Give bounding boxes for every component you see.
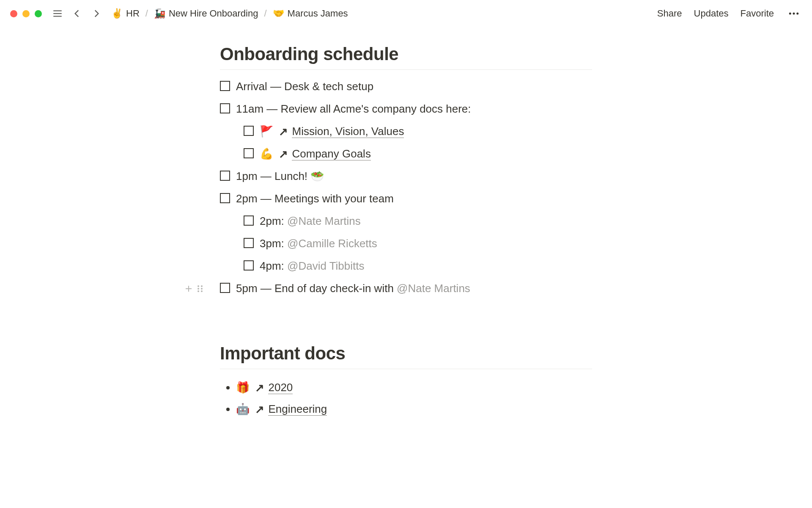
important-docs-list: 🎁 ↗ 2020 🤖 ↗ Engineering (220, 378, 592, 419)
top-actions: Share Updates Favorite (657, 6, 802, 22)
gift-icon: 🎁 (236, 381, 250, 394)
mention[interactable]: @Nate Martins (287, 215, 361, 227)
mention[interactable]: @David Tibbitts (287, 260, 364, 272)
todo-time: 3pm: (260, 237, 287, 250)
breadcrumb-emoji: 🤝 (273, 8, 284, 19)
breadcrumb: ✌️ HR / 🚂 New Hire Onboarding / 🤝 Marcus… (109, 7, 652, 20)
favorite-button[interactable]: Favorite (741, 8, 774, 19)
svg-point-10 (198, 288, 199, 290)
robot-icon: 🤖 (236, 403, 250, 415)
breadcrumb-item-person[interactable]: 🤝 Marcus James (270, 7, 351, 20)
checkbox[interactable] (244, 148, 254, 158)
back-icon[interactable] (70, 6, 84, 21)
page-content: Onboarding schedule Arrival — Desk & tec… (110, 27, 702, 446)
todo-text: Arrival — Desk & tech setup (236, 78, 592, 95)
updates-button[interactable]: Updates (694, 8, 729, 19)
list-item[interactable]: 🤖 ↗ Engineering (236, 399, 592, 419)
list-item[interactable]: 🎁 ↗ 2020 (236, 378, 592, 398)
todo-text: 5pm — End of day check-in with @Nate Mar… (236, 280, 592, 297)
todo-text: 2pm — Meetings with your team (236, 190, 592, 207)
link-arrow-icon: ↗ (255, 378, 264, 398)
todo-row[interactable]: 2pm — Meetings with your team (220, 190, 592, 207)
checkbox[interactable] (220, 81, 230, 91)
checkbox[interactable] (244, 126, 254, 136)
checkbox[interactable] (220, 283, 230, 293)
forward-icon[interactable] (89, 6, 104, 21)
checkbox[interactable] (244, 260, 254, 271)
breadcrumb-item-hr[interactable]: ✌️ HR (109, 7, 142, 20)
todo-row[interactable]: 11am — Review all Acme's company docs he… (220, 101, 592, 117)
flag-icon: 🚩 (260, 125, 273, 138)
page-link-mission[interactable]: Mission, Vision, Values (292, 125, 404, 138)
window-fullscreen-button[interactable] (35, 10, 42, 17)
page-link-2020[interactable]: 2020 (268, 381, 293, 394)
todo-text: 1pm — Lunch! 🥗 (236, 168, 592, 185)
todo-row[interactable]: 1pm — Lunch! 🥗 (220, 168, 592, 185)
topbar: ✌️ HR / 🚂 New Hire Onboarding / 🤝 Marcus… (0, 0, 812, 27)
window-minimize-button[interactable] (22, 10, 30, 17)
hamburger-icon[interactable] (50, 6, 65, 21)
page-link-company-goals[interactable]: Company Goals (292, 147, 370, 160)
todo-row[interactable]: 🚩 ↗ Mission, Vision, Values (244, 123, 592, 140)
onboarding-todo-list: Arrival — Desk & tech setup 11am — Revie… (220, 78, 592, 297)
breadcrumb-sep: / (264, 8, 266, 19)
todo-text: 11am — Review all Acme's company docs he… (236, 101, 592, 117)
row-handles (184, 282, 204, 298)
page-link-engineering[interactable]: Engineering (268, 403, 327, 416)
link-arrow-icon: ↗ (279, 124, 288, 140)
link-arrow-icon: ↗ (279, 146, 288, 163)
muscle-icon: 💪 (260, 147, 273, 160)
todo-row[interactable]: 💪 ↗ Company Goals (244, 146, 592, 162)
todo-row[interactable]: 3pm: @Camille Ricketts (244, 235, 592, 252)
svg-point-3 (789, 13, 791, 15)
todo-row[interactable]: 5pm — End of day check-in with @Nate Mar… (220, 280, 592, 297)
todo-row[interactable]: 4pm: @David Tibbitts (244, 258, 592, 274)
drag-handle-icon[interactable] (196, 282, 204, 298)
share-button[interactable]: Share (657, 8, 682, 19)
todo-text: 💪 ↗ Company Goals (260, 146, 592, 162)
checkbox[interactable] (220, 103, 230, 113)
mention[interactable]: @Camille Ricketts (287, 237, 377, 250)
todo-prefix: 5pm — End of day check-in with (236, 282, 397, 295)
breadcrumb-label: Marcus James (288, 8, 348, 19)
checkbox[interactable] (220, 193, 230, 203)
breadcrumb-sep: / (145, 8, 148, 19)
more-icon[interactable] (786, 6, 802, 22)
link-arrow-icon: ↗ (255, 400, 264, 420)
svg-point-11 (201, 288, 203, 290)
checkbox[interactable] (220, 171, 230, 181)
mention[interactable]: @Nate Martins (397, 282, 470, 295)
todo-text: 🚩 ↗ Mission, Vision, Values (260, 123, 592, 140)
svg-point-12 (198, 290, 199, 292)
svg-point-9 (201, 285, 203, 287)
todo-row[interactable]: Arrival — Desk & tech setup (220, 78, 592, 95)
todo-row[interactable]: 2pm: @Nate Martins (244, 213, 592, 229)
breadcrumb-item-onboarding[interactable]: 🚂 New Hire Onboarding (151, 7, 261, 20)
todo-time: 2pm: (260, 215, 287, 227)
checkbox[interactable] (244, 238, 254, 248)
onboarding-heading: Onboarding schedule (220, 44, 592, 70)
breadcrumb-emoji: ✌️ (111, 8, 123, 19)
docs-heading: Important docs (220, 343, 592, 369)
todo-time: 4pm: (260, 260, 287, 272)
svg-point-4 (793, 13, 795, 15)
svg-point-5 (796, 13, 798, 15)
add-block-icon[interactable] (184, 282, 194, 298)
window-traffic-lights (10, 10, 42, 17)
breadcrumb-emoji: 🚂 (154, 8, 165, 19)
todo-text: 3pm: @Camille Ricketts (260, 235, 592, 252)
svg-point-13 (201, 290, 203, 292)
todo-text: 2pm: @Nate Martins (260, 213, 592, 229)
breadcrumb-label: New Hire Onboarding (169, 8, 258, 19)
breadcrumb-label: HR (126, 8, 140, 19)
window-close-button[interactable] (10, 10, 17, 17)
checkbox[interactable] (244, 215, 254, 226)
todo-text: 4pm: @David Tibbitts (260, 258, 592, 274)
svg-point-8 (198, 285, 199, 287)
